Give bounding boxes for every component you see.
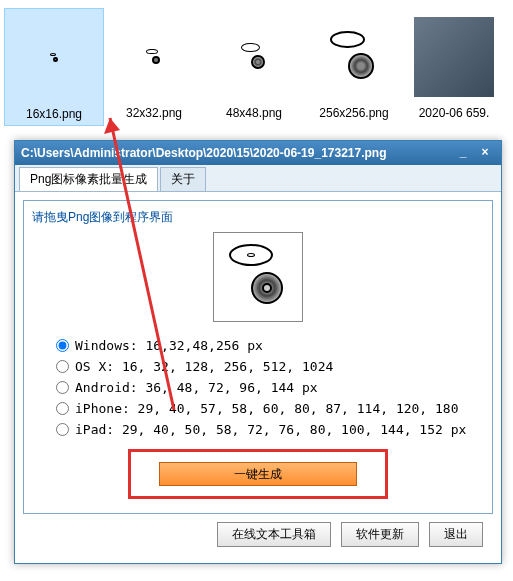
file-item[interactable]: 16x16.png <box>4 8 104 126</box>
update-button[interactable]: 软件更新 <box>341 522 419 547</box>
platform-label: Windows: 16,32,48,256 px <box>75 338 263 353</box>
group-title: 请拖曳Png图像到程序界面 <box>32 209 484 226</box>
platform-label: Android: 36, 48, 72, 96, 144 px <box>75 380 318 395</box>
png-batch-dialog: C:\Users\Administrator\Desktop\2020\15\2… <box>14 140 502 564</box>
titlebar: C:\Users\Administrator\Desktop\2020\15\2… <box>15 141 501 165</box>
platform-radio[interactable] <box>56 381 69 394</box>
minimize-button[interactable]: _ <box>453 145 473 161</box>
drop-group: 请拖曳Png图像到程序界面 Windows: 16,32,48,256 pxOS… <box>23 200 493 514</box>
platform-option[interactable]: iPhone: 29, 40, 57, 58, 60, 80, 87, 114,… <box>56 401 484 416</box>
platform-radio[interactable] <box>56 339 69 352</box>
platform-option[interactable]: iPad: 29, 40, 50, 58, 72, 76, 80, 100, 1… <box>56 422 484 437</box>
file-item[interactable]: 48x48.png <box>204 8 304 126</box>
platform-label: OS X: 16, 32, 128, 256, 512, 1024 <box>75 359 333 374</box>
platform-option[interactable]: OS X: 16, 32, 128, 256, 512, 1024 <box>56 359 484 374</box>
toolbox-button[interactable]: 在线文本工具箱 <box>217 522 331 547</box>
file-thumbnail <box>109 12 199 102</box>
file-name-label: 16x16.png <box>9 107 99 121</box>
platform-option[interactable]: Windows: 16,32,48,256 px <box>56 338 484 353</box>
file-item[interactable]: 2020-06 659. <box>404 8 504 126</box>
platform-radio[interactable] <box>56 402 69 415</box>
file-item[interactable]: 256x256.png <box>304 8 404 126</box>
platform-label: iPad: 29, 40, 50, 58, 72, 76, 80, 100, 1… <box>75 422 466 437</box>
platform-option[interactable]: Android: 36, 48, 72, 96, 144 px <box>56 380 484 395</box>
file-thumbnail <box>409 12 499 102</box>
window-title: C:\Users\Administrator\Desktop\2020\15\2… <box>21 146 451 160</box>
platform-radio[interactable] <box>56 360 69 373</box>
file-name-label: 2020-06 659. <box>408 106 500 120</box>
tab-strip: Png图标像素批量生成 关于 <box>15 165 501 192</box>
platform-radio-list: Windows: 16,32,48,256 pxOS X: 16, 32, 12… <box>56 338 484 437</box>
platform-label: iPhone: 29, 40, 57, 58, 60, 80, 87, 114,… <box>75 401 459 416</box>
file-thumbnail <box>209 12 299 102</box>
file-item[interactable]: 32x32.png <box>104 8 204 126</box>
platform-radio[interactable] <box>56 423 69 436</box>
file-thumbnail <box>9 13 99 103</box>
preview-thumbnail[interactable] <box>213 232 303 322</box>
generate-button[interactable]: 一键生成 <box>159 462 357 486</box>
generate-highlight-box: 一键生成 <box>128 449 388 499</box>
file-thumbnail <box>309 12 399 102</box>
footer-buttons: 在线文本工具箱 软件更新 退出 <box>23 514 493 555</box>
explorer-file-row: 16x16.png32x32.png48x48.png256x256.png20… <box>0 0 513 126</box>
file-name-label: 32x32.png <box>108 106 200 120</box>
close-button[interactable]: × <box>475 145 495 161</box>
exit-button[interactable]: 退出 <box>429 522 483 547</box>
file-name-label: 256x256.png <box>308 106 400 120</box>
dialog-content: 请拖曳Png图像到程序界面 Windows: 16,32,48,256 pxOS… <box>15 192 501 563</box>
file-name-label: 48x48.png <box>208 106 300 120</box>
tab-about[interactable]: 关于 <box>160 167 206 191</box>
tab-png-batch[interactable]: Png图标像素批量生成 <box>19 167 158 191</box>
